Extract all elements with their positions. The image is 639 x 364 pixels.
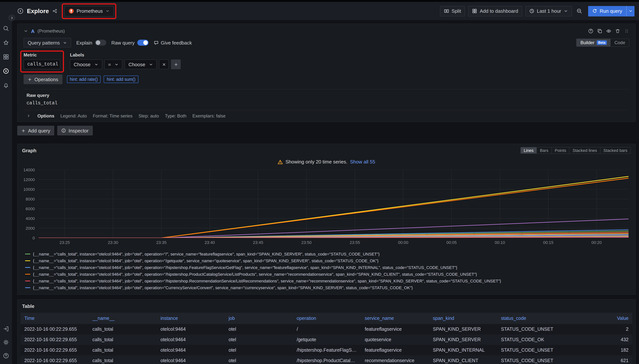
raw-query-toggle-group: Raw query bbox=[111, 40, 148, 46]
sidebar-top-icons bbox=[3, 26, 9, 88]
code-mode-button[interactable]: Code bbox=[611, 39, 629, 46]
label-operator-select[interactable]: = bbox=[104, 60, 122, 69]
cell: quoteservice bbox=[361, 334, 429, 345]
column-header-service-name[interactable]: service_name bbox=[361, 313, 429, 324]
column-header-operation[interactable]: operation bbox=[293, 313, 361, 324]
table-row-0[interactable]: 2022-10-16 00:22:29.655calls_totalotelco… bbox=[20, 324, 632, 334]
window-top-strip bbox=[0, 0, 639, 2]
collapse-query-chevron-icon[interactable] bbox=[24, 29, 28, 33]
y-tick-label: 0 bbox=[32, 236, 35, 240]
search-icon[interactable] bbox=[3, 26, 9, 32]
metric-field: Metric calls_total bbox=[24, 52, 60, 69]
warning-text: Showing only 20 time series. bbox=[286, 159, 347, 164]
alerting-bell-icon[interactable] bbox=[3, 82, 9, 88]
zoom-out-icon bbox=[576, 8, 582, 14]
explore-icon[interactable] bbox=[3, 68, 9, 74]
explain-toggle[interactable] bbox=[95, 40, 106, 46]
time-series-chart[interactable]: 02000400060008000100001200014000 23:2523… bbox=[22, 168, 631, 249]
query-editor-panel: A (Prometheus) Query patterns Explain bbox=[17, 24, 636, 122]
legend-series-label: {__name__="calls_total", instance="otelc… bbox=[33, 292, 434, 292]
column-header-instance[interactable]: instance bbox=[157, 313, 225, 324]
legend-series-marker bbox=[25, 254, 30, 254]
grafana-logo[interactable] bbox=[2, 4, 10, 13]
query-patterns-button[interactable]: Query patterns bbox=[24, 38, 71, 48]
legend-item-4[interactable]: {__name__="calls_total", instance="otelc… bbox=[25, 278, 631, 284]
datasource-picker[interactable]: Prometheus bbox=[64, 6, 114, 16]
run-query-button[interactable]: Run query bbox=[588, 6, 626, 16]
refresh-icon bbox=[592, 8, 597, 14]
label-name-select[interactable]: Choose bbox=[70, 60, 102, 69]
y-tick-label: 6000 bbox=[26, 206, 35, 211]
run-query-split-button: Run query bbox=[588, 6, 634, 16]
gear-icon[interactable] bbox=[3, 339, 9, 345]
graph-mode-bars[interactable]: Bars bbox=[536, 148, 551, 154]
query-hint-0[interactable]: hint: add rate() bbox=[67, 76, 101, 83]
graph-mode-points[interactable]: Points bbox=[552, 148, 569, 154]
graph-mode-lines[interactable]: Lines bbox=[521, 148, 537, 154]
label-value-select[interactable]: Choose bbox=[125, 60, 157, 69]
raw-query-toggle[interactable] bbox=[137, 40, 148, 46]
table-row-3[interactable]: 2022-10-16 00:22:29.655calls_totalotelco… bbox=[20, 356, 632, 364]
option-summary-1: Format: Time series bbox=[93, 113, 132, 118]
grip-dots-icon bbox=[624, 28, 629, 34]
give-feedback-button[interactable]: Give feedback bbox=[154, 40, 192, 46]
legend-item-3[interactable]: {__name__="calls_total", instance="otelc… bbox=[25, 271, 631, 278]
query-options-row[interactable]: Options Legend: AutoFormat: Time seriesS… bbox=[24, 110, 629, 122]
column-header-value[interactable]: Value bbox=[565, 313, 632, 324]
options-summary: Legend: AutoFormat: Time seriesStep: aut… bbox=[60, 113, 226, 118]
graph-panel-title: Graph bbox=[22, 148, 36, 153]
dashboards-icon[interactable] bbox=[3, 54, 9, 60]
add-query-button[interactable]: Add query bbox=[17, 126, 54, 136]
prometheus-logo-icon bbox=[68, 8, 74, 14]
table-panel: Table Time__name__instancejoboperationse… bbox=[17, 299, 636, 364]
table-row-2[interactable]: 2022-10-16 00:22:29.655calls_totalotelco… bbox=[20, 345, 632, 356]
remove-query-button[interactable] bbox=[615, 28, 620, 34]
add-label-filter-button[interactable] bbox=[171, 60, 181, 69]
legend-item-6[interactable]: {__name__="calls_total", instance="otelc… bbox=[25, 291, 631, 292]
legend-series-label: {__name__="calls_total", instance="otelc… bbox=[33, 272, 477, 276]
duplicate-query-button[interactable] bbox=[597, 28, 602, 34]
add-operation-button[interactable]: Operations bbox=[24, 74, 62, 84]
column-header-span-kind[interactable]: span_kind bbox=[429, 313, 497, 324]
legend-item-2[interactable]: {__name__="calls_total", instance="otelc… bbox=[25, 264, 631, 271]
column-header-status-code[interactable]: status_code bbox=[497, 313, 565, 324]
add-to-dashboard-button[interactable]: Add to dashboard bbox=[468, 6, 522, 16]
legend-item-5[interactable]: {__name__="calls_total", instance="otelc… bbox=[25, 284, 631, 291]
sign-in-icon[interactable] bbox=[3, 326, 9, 332]
split-button[interactable]: Split bbox=[440, 6, 465, 16]
share-icon[interactable] bbox=[52, 8, 57, 14]
clock-icon bbox=[530, 8, 534, 14]
top-navbar: Explore Prometheus Split Add to dashboar… bbox=[12, 2, 639, 20]
show-all-series-link[interactable]: Show all 55 bbox=[350, 159, 375, 164]
help-icon[interactable] bbox=[3, 353, 9, 359]
legend-item-1[interactable]: {__name__="calls_total", instance="otelc… bbox=[25, 258, 631, 264]
legend-item-0[interactable]: {__name__="calls_total", instance="otelc… bbox=[25, 251, 631, 258]
query-help-button[interactable] bbox=[588, 28, 593, 34]
starred-icon[interactable] bbox=[3, 40, 9, 46]
query-hint-1[interactable]: hint: add sum() bbox=[104, 76, 138, 83]
option-summary-4: Exemplars: false bbox=[192, 113, 226, 118]
remove-label-filter-button[interactable] bbox=[159, 60, 169, 69]
inspector-button[interactable]: Inspector bbox=[58, 126, 93, 136]
time-range-picker[interactable]: Last 1 hour bbox=[525, 6, 572, 16]
explain-label: Explain bbox=[76, 40, 92, 46]
legend-series-label: {__name__="calls_total", instance="otelc… bbox=[33, 265, 457, 270]
plot-area[interactable] bbox=[38, 170, 628, 238]
column-header-time[interactable]: Time bbox=[20, 313, 89, 324]
hide-response-button[interactable] bbox=[606, 28, 611, 34]
metric-select[interactable]: calls_total bbox=[24, 60, 60, 69]
operations-label: Operations bbox=[34, 76, 58, 82]
builder-mode-button[interactable]: Builder Beta bbox=[577, 39, 611, 46]
raw-query-preview: Raw query calls_total bbox=[24, 89, 629, 110]
drag-handle[interactable] bbox=[624, 28, 629, 34]
column-header--name-[interactable]: __name__ bbox=[89, 313, 157, 324]
table-row-1[interactable]: 2022-10-16 00:22:29.655calls_totalotelco… bbox=[20, 334, 632, 345]
x-tick-label: 00:10 bbox=[495, 240, 505, 245]
graph-mode-stacked-lines[interactable]: Stacked lines bbox=[569, 148, 600, 154]
run-query-interval-caret[interactable] bbox=[626, 6, 634, 16]
column-header-job[interactable]: job bbox=[225, 313, 293, 324]
sidebar-expand-button[interactable] bbox=[8, 14, 15, 21]
graph-mode-stacked-bars[interactable]: Stacked bars bbox=[600, 148, 630, 154]
zoom-out-button[interactable] bbox=[575, 8, 584, 14]
cell: calls_total bbox=[89, 324, 157, 334]
